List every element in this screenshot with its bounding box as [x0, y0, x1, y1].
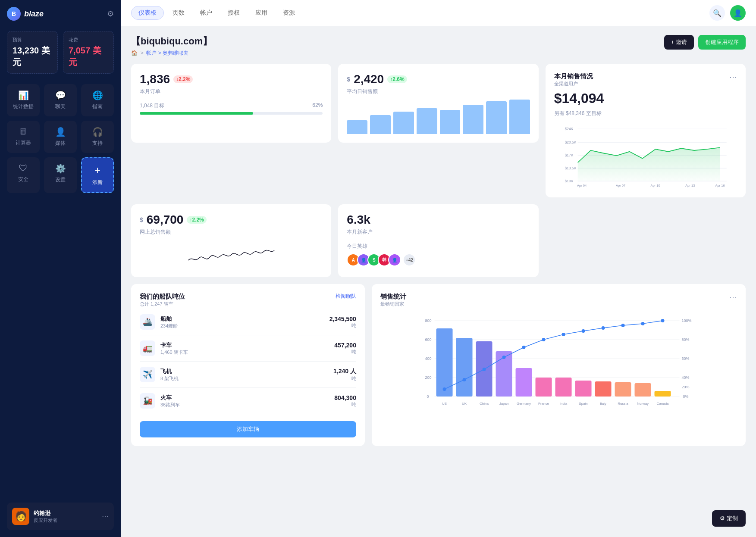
bar-7	[486, 101, 507, 134]
svg-text:Apr 13: Apr 13	[685, 184, 695, 187]
plane-detail: 8 架飞机	[160, 375, 328, 382]
nav-item-media[interactable]: 👤 媒体	[44, 121, 77, 153]
dot-russia	[621, 324, 624, 327]
nav-label-stats: 统计数据	[13, 103, 34, 110]
add-vehicle-button[interactable]: 添加车辆	[140, 421, 356, 437]
create-app-button[interactable]: 创建应用程序	[698, 35, 746, 50]
bar-3	[393, 112, 414, 134]
nav-item-support[interactable]: 🎧 支持	[81, 121, 114, 153]
heroes-label: 今日英雄	[347, 243, 530, 250]
heroes-avatars: A 👤 S 韩 👤 +42	[347, 253, 530, 266]
search-icon[interactable]: 🔍	[709, 5, 725, 21]
progress-bar	[140, 112, 323, 115]
dot-germany	[522, 346, 525, 349]
bar-germany	[515, 368, 532, 397]
daily-sales-change: ↑2.6%	[387, 75, 407, 83]
expense-card: 花费 7,057 美元	[63, 31, 114, 74]
dot-india	[562, 333, 565, 336]
monthly-sales-more[interactable]: ⋯	[729, 72, 737, 82]
dot-us	[442, 387, 446, 391]
svg-text:Apr 07: Apr 07	[616, 184, 625, 187]
nav-grid: 📊 统计数据 💬 聊天 🌐 指南 🖩 计算器 👤 媒体 🎧 支持 🛡 安全 ⚙	[7, 84, 114, 193]
online-sales-label: 网上总销售额	[140, 228, 323, 236]
nav-label-support: 支持	[92, 140, 103, 147]
tab-dashboard[interactable]: 仪表板	[131, 6, 164, 20]
dot-japan	[502, 356, 505, 359]
progress-fill	[140, 112, 253, 115]
online-sales-change: ↑2.2%	[187, 216, 206, 224]
ship-icon: 🚢	[140, 314, 155, 330]
online-sales-value: $ 69,700 ↑2.2%	[140, 213, 323, 227]
nav-label-security: 安全	[18, 176, 28, 183]
bottom-grid: 我们的船队吨位 总计 1,247 辆车 检阅舰队 🚢 船舶 234艘船 2,34…	[131, 284, 746, 446]
stats-grid-bottom: $ 69,700 ↑2.2% 网上总销售额 6.3k 本月新客户	[131, 204, 746, 277]
nav-item-security[interactable]: 🛡 安全	[7, 157, 40, 193]
sidebar-settings-icon[interactable]: ⚙	[107, 9, 114, 19]
truck-value: 457,200 吨	[334, 342, 356, 355]
nav-item-calculator[interactable]: 🖩 计算器	[7, 121, 40, 153]
truck-unit: 吨	[334, 349, 356, 355]
settings-icon: ⚙️	[55, 163, 66, 174]
tab-apps[interactable]: 应用	[248, 6, 274, 20]
monthly-sales-chart: $24K $20.5K $17K $13.5K $10K	[554, 124, 737, 189]
fleet-link[interactable]: 检阅舰队	[336, 293, 356, 300]
train-amount: 804,300	[334, 394, 356, 401]
customize-button[interactable]: ⚙ 定制	[712, 510, 746, 527]
invite-button[interactable]: + 邀请	[664, 35, 694, 50]
nav-item-stats[interactable]: 📊 统计数据	[7, 84, 40, 116]
support-icon: 🎧	[92, 127, 103, 137]
content-area: 【biqubiqu.com】 🏠 > 帐户 > 奥弗维耶夫 + 邀请 创建应用程…	[121, 26, 756, 537]
dot-china	[482, 368, 486, 371]
stats-icon: 📊	[18, 90, 29, 100]
online-sales-chart	[140, 241, 323, 268]
bar-4	[417, 108, 437, 134]
dot-france	[542, 338, 545, 341]
user-name: 约翰逊	[34, 509, 97, 517]
svg-text:Apr 10: Apr 10	[650, 184, 660, 187]
truck-icon: 🚛	[140, 340, 155, 356]
nav-item-chat[interactable]: 💬 聊天	[44, 84, 77, 116]
dot-norway	[641, 322, 644, 325]
dot-spain	[581, 329, 585, 333]
user-more-icon[interactable]: ⋯	[102, 512, 109, 521]
nav-tabs: 仪表板 页数 帐户 授权 应用 资源	[131, 6, 302, 20]
nav-label-media: 媒体	[55, 140, 66, 147]
daily-sales-label: 平均日销售额	[347, 88, 530, 95]
svg-text:60%: 60%	[681, 356, 689, 361]
svg-text:100%: 100%	[681, 318, 691, 323]
monthly-sales-header: 本月销售情况 全渠道用户 ⋯	[554, 72, 737, 87]
user-icon[interactable]: 👤	[730, 5, 746, 21]
svg-text:Norway: Norway	[637, 402, 649, 406]
svg-text:800: 800	[425, 318, 431, 323]
tab-auth[interactable]: 授权	[221, 6, 247, 20]
dot-uk	[462, 378, 466, 381]
orders-card: 1,836 ↓2.2% 本月订单 1,048 目标 62%	[131, 64, 331, 143]
breadcrumb-home[interactable]: 🏠	[131, 50, 138, 56]
tab-pages[interactable]: 页数	[166, 6, 191, 20]
page-title-section: 【biqubiqu.com】 🏠 > 帐户 > 奥弗维耶夫	[131, 35, 212, 57]
fleet-header: 我们的船队吨位 总计 1,247 辆车 检阅舰队	[140, 293, 356, 307]
sidebar-header: B blaze ⚙	[7, 7, 114, 21]
svg-text:Italy: Italy	[600, 402, 606, 406]
ship-value: 2,345,500 吨	[329, 315, 356, 329]
tab-resources[interactable]: 资源	[276, 6, 302, 20]
nav-label-add: 添新	[92, 179, 103, 186]
nav-item-guide[interactable]: 🌐 指南	[81, 84, 114, 116]
sales-stats-more[interactable]: ⋯	[729, 293, 737, 302]
nav-item-settings[interactable]: ⚙️ 设置	[44, 157, 77, 193]
logo: B blaze	[7, 7, 44, 21]
tab-account[interactable]: 帐户	[193, 6, 219, 20]
sales-stats-header: 销售统计 最畅销国家 ⋯	[380, 293, 737, 307]
svg-text:$10K: $10K	[565, 179, 573, 183]
nav-item-add[interactable]: + 添新	[81, 157, 114, 193]
budget-card: 预算 13,230 美元	[7, 31, 58, 74]
svg-text:$20.5K: $20.5K	[565, 140, 576, 144]
train-icon: 🚂	[140, 393, 155, 409]
user-info: 约翰逊 反应开发者	[34, 509, 97, 524]
svg-text:200: 200	[425, 375, 431, 380]
budget-amount: 13,230 美元	[13, 45, 52, 68]
dot-canada	[661, 319, 664, 322]
wavy-chart-svg	[140, 241, 323, 267]
train-unit: 吨	[334, 401, 356, 408]
svg-text:Russia: Russia	[618, 402, 628, 406]
